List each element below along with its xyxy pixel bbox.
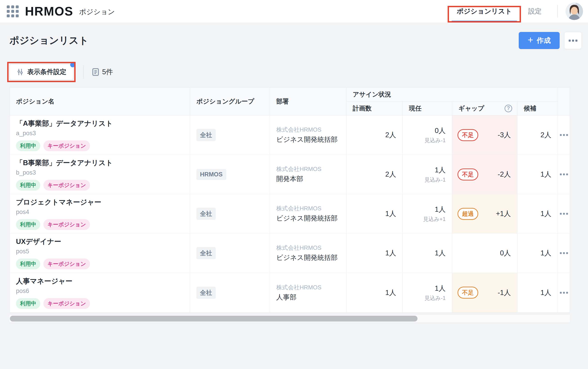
status-badge: 利用中 <box>16 140 40 151</box>
position-id: a_pos3 <box>16 130 36 137</box>
column-header-candidates: 候補 <box>517 102 558 115</box>
row-menu-button[interactable] <box>558 273 570 312</box>
group-tag: 全社 <box>196 129 216 141</box>
table-row[interactable]: 「A事業部」データアナリスト a_pos3 利用中 キーポジション 全社 株式会… <box>10 115 570 155</box>
gap-help-icon[interactable]: ? <box>505 105 512 112</box>
candidate-count: 1人 <box>517 155 558 194</box>
planned-count: 1人 <box>346 234 402 273</box>
candidate-count: 1人 <box>517 194 558 233</box>
row-menu-button[interactable] <box>558 155 570 194</box>
create-button[interactable]: + 作成 <box>519 32 560 49</box>
column-header-menu <box>558 88 570 115</box>
group-tag: 全社 <box>196 247 216 259</box>
table-row[interactable]: プロジェクトマネージャー pos4 利用中 キーポジション 全社 株式会社HRM… <box>10 194 570 234</box>
gap-value: -2人 <box>497 170 511 179</box>
column-header-position-group: ポジショングループ <box>190 88 270 115</box>
gap-cell: 不足 -2人 <box>452 155 517 194</box>
item-count: 5件 <box>102 67 113 77</box>
group-tag: HRMOS <box>196 169 226 180</box>
key-position-badge: キーポジション <box>43 258 90 269</box>
group-tag: 全社 <box>196 287 216 299</box>
company-name: 株式会社HRMOS <box>276 205 321 212</box>
horizontal-scrollbar-track[interactable] <box>10 315 570 322</box>
position-id: pos5 <box>16 248 29 255</box>
table-row[interactable]: UXデザイナー pos5 利用中 キーポジション 全社 株式会社HRMOS ビジ… <box>10 234 570 273</box>
current-count: 1人 <box>435 248 446 258</box>
company-name: 株式会社HRMOS <box>276 244 321 252</box>
key-position-badge: キーポジション <box>43 219 90 230</box>
current-note: 見込み+1 <box>423 215 446 223</box>
column-header-current: 現任 <box>402 102 452 115</box>
active-tab-underline <box>452 21 517 22</box>
gap-value: -3人 <box>497 130 511 140</box>
gap-cell: 超過 +1人 <box>452 194 517 233</box>
gap-value: +1人 <box>496 209 511 218</box>
app-launcher-grid-icon[interactable] <box>7 5 19 17</box>
status-badge: 利用中 <box>16 180 40 191</box>
position-name: 「B事業部」データアナリスト <box>16 158 113 168</box>
more-horizontal-icon <box>560 252 568 254</box>
position-name: プロジェクトマネージャー <box>16 197 101 207</box>
gap-cell: 不足 -3人 <box>452 115 517 154</box>
key-position-badge: キーポジション <box>43 298 90 309</box>
group-tag: 全社 <box>196 208 216 220</box>
gap-badge: 超過 <box>457 208 478 220</box>
candidate-count: 1人 <box>517 273 558 312</box>
tab-position-list-label: ポジションリスト <box>457 7 512 16</box>
row-menu-button[interactable] <box>558 234 570 273</box>
row-menu-button[interactable] <box>558 115 570 154</box>
department-name: ビジネス開発統括部 <box>276 135 338 144</box>
gap-badge: 不足 <box>457 129 478 141</box>
company-name: 株式会社HRMOS <box>276 165 321 173</box>
current-count: 0人 <box>435 126 446 135</box>
current-note: 見込み-1 <box>425 137 446 144</box>
table-row[interactable]: 「B事業部」データアナリスト b_pos3 利用中 キーポジション HRMOS … <box>10 155 570 194</box>
page-title: ポジションリスト <box>10 34 89 47</box>
current-count: 1人 <box>435 205 446 214</box>
gap-value: -1人 <box>497 288 511 297</box>
status-badge: 利用中 <box>16 258 40 269</box>
key-position-badge: キーポジション <box>43 180 90 191</box>
more-horizontal-icon <box>560 213 568 215</box>
horizontal-scrollbar-thumb[interactable] <box>10 316 417 321</box>
company-name: 株式会社HRMOS <box>276 284 321 291</box>
position-id: b_pos3 <box>16 169 36 176</box>
tab-settings[interactable]: 設定 <box>520 0 550 22</box>
current-note: 見込み-1 <box>425 176 446 183</box>
planned-count: 1人 <box>346 194 402 233</box>
current-note: 見込み-1 <box>425 295 446 302</box>
department-name: ビジネス開発統括部 <box>276 214 338 223</box>
top-bar: HRMOS ポジション ポジションリスト 設定 <box>0 0 588 22</box>
department-name: 開発本部 <box>276 174 303 184</box>
department-name: 人事部 <box>276 293 296 302</box>
more-horizontal-icon <box>560 292 568 294</box>
company-name: 株式会社HRMOS <box>276 126 321 134</box>
filter-settings-label: 表示条件設定 <box>27 68 66 76</box>
position-id: pos6 <box>16 287 29 295</box>
column-header-department: 部署 <box>270 88 346 115</box>
gap-cell: 0人 <box>452 234 517 273</box>
product-name: ポジション <box>79 7 115 17</box>
current-count: 1人 <box>435 165 446 175</box>
page-more-button[interactable] <box>564 32 582 49</box>
column-header-assign-status: アサイン状況 <box>346 88 558 102</box>
status-badge: 利用中 <box>16 219 40 230</box>
user-avatar[interactable] <box>566 2 583 20</box>
column-header-planned: 計画数 <box>346 102 402 115</box>
position-id: pos4 <box>16 209 29 215</box>
sliders-icon <box>16 68 24 76</box>
plus-icon: + <box>528 35 533 45</box>
gap-cell: 不足 -1人 <box>452 273 517 312</box>
position-table: ポジション名 ポジショングループ 部署 アサイン状況 計画数 現任 ギャップ ?… <box>10 87 570 313</box>
candidate-count: 2人 <box>517 115 558 154</box>
column-header-position-name: ポジション名 <box>10 88 190 115</box>
tab-position-list[interactable]: ポジションリスト <box>448 0 520 22</box>
avatar-image <box>566 2 583 20</box>
row-menu-button[interactable] <box>558 194 570 233</box>
filter-settings-button[interactable]: 表示条件設定 <box>10 64 73 80</box>
table-row[interactable]: 人事マネージャー pos6 利用中 キーポジション 全社 株式会社HRMOS 人… <box>10 273 570 312</box>
column-header-gap: ギャップ ? <box>452 102 517 115</box>
more-horizontal-icon <box>560 134 568 136</box>
hrmos-logo[interactable]: HRMOS <box>25 4 73 19</box>
candidate-count: 1人 <box>517 234 558 273</box>
